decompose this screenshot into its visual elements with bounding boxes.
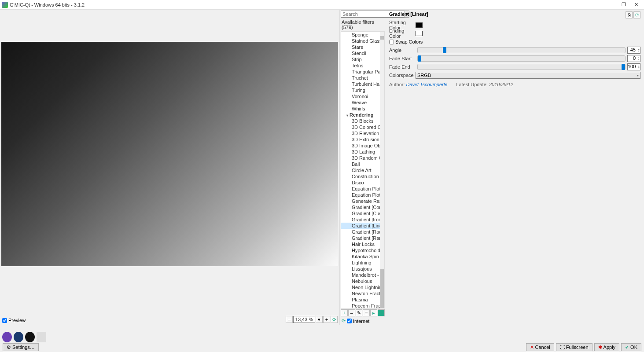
cancel-button[interactable]: ✕Cancel: [526, 343, 554, 351]
author-label: Author:: [389, 82, 405, 87]
app-icon: [2, 2, 8, 8]
minimize-button[interactable]: ─: [605, 1, 618, 9]
filter-item[interactable]: Truchet: [341, 75, 380, 81]
preview-checkbox[interactable]: [2, 318, 7, 323]
internet-label: Internet: [353, 319, 369, 324]
ending-color-swatch[interactable]: [416, 31, 423, 36]
starting-color-swatch[interactable]: [416, 22, 423, 28]
filter-item[interactable]: Gradient [Linear]: [341, 223, 380, 229]
filter-item[interactable]: Gradient [Radial]: [341, 229, 380, 235]
filter-item[interactable]: 3D Colored Object: [341, 124, 380, 130]
close-icon: ✕: [530, 345, 534, 350]
swap-colors-checkbox[interactable]: [389, 40, 394, 44]
filter-item[interactable]: Construction Material Tex: [341, 173, 380, 180]
zoom-in-button[interactable]: +: [323, 316, 330, 323]
filter-item[interactable]: Sponge: [341, 32, 380, 38]
copy-command-button[interactable]: ⎘: [626, 11, 633, 18]
preview-pane: Preview – ▾ + ⟳: [0, 10, 339, 325]
filter-item[interactable]: Weave: [341, 99, 380, 106]
filter-item[interactable]: 3D Image Object: [341, 143, 380, 149]
params-panel: ⎘ ⟳ Gradient [Linear] Starting Color End…: [386, 10, 644, 325]
sponsor-logos: [2, 332, 46, 342]
ending-color-label: Ending Color: [389, 28, 416, 39]
filter-item[interactable]: Gradient [from Line]: [341, 216, 380, 223]
filter-item[interactable]: Generate Random Portra: [341, 198, 380, 204]
fade-start-spin[interactable]: 0: [627, 55, 640, 62]
check-icon: ✔: [625, 345, 629, 350]
preview-image[interactable]: [1, 42, 338, 266]
zoom-reset-button[interactable]: ⟳: [331, 316, 338, 323]
fullscreen-icon: ⛶: [560, 345, 565, 350]
zoom-spin[interactable]: ▾: [316, 316, 323, 323]
refresh-button[interactable]: ⟳: [342, 318, 346, 324]
filter-item[interactable]: Lightning: [341, 260, 380, 266]
zoom-input[interactable]: [293, 316, 315, 323]
filter-item[interactable]: Newton Fractal: [341, 290, 380, 297]
filter-item[interactable]: Circle Art: [341, 167, 380, 173]
filter-item[interactable]: Turbulent Halftone: [341, 81, 380, 87]
fullscreen-button[interactable]: ⛶Fullscreen: [556, 343, 592, 351]
colorspace-combo[interactable]: SRGB: [416, 72, 640, 79]
filter-item[interactable]: 3D Blocks: [341, 118, 380, 124]
filter-item[interactable]: Kitaoka Spin Illusion: [341, 253, 380, 260]
filter-title: Gradient [Linear]: [389, 11, 640, 17]
filter-item[interactable]: Popcorn Fractal: [341, 303, 380, 308]
expand-button[interactable]: ▸: [370, 309, 377, 316]
filter-item[interactable]: Stencil: [341, 50, 380, 56]
filter-item[interactable]: Gradient [Corners]: [341, 204, 380, 210]
filter-item[interactable]: Triangular Pattern: [341, 69, 380, 75]
filter-item[interactable]: Voronoi: [341, 93, 380, 99]
filter-item[interactable]: Turing: [341, 87, 380, 93]
ok-button[interactable]: ✔OK: [621, 343, 641, 351]
filter-item[interactable]: Hypotrochoid: [341, 247, 380, 253]
collapse-button[interactable]: ≡: [363, 309, 370, 316]
filter-item[interactable]: Mandelbrot - Julia Sets: [341, 272, 380, 278]
close-button[interactable]: ✕: [630, 1, 642, 9]
tree-header: Available filters (579): [340, 18, 386, 31]
fade-end-label: Fade End: [389, 64, 416, 70]
filter-item[interactable]: Stained Glass: [341, 38, 380, 44]
filter-item[interactable]: 3D Lathing: [341, 149, 380, 155]
filter-item[interactable]: Equation Plot [Parametric: [341, 186, 380, 192]
angle-slider[interactable]: [417, 47, 626, 53]
filter-panel: ✕ Available filters (579) SpongeStained …: [339, 10, 386, 325]
filter-item[interactable]: Gradient [Custom Shape]: [341, 210, 380, 216]
angle-spin[interactable]: 45: [627, 47, 640, 54]
gear-icon: ⚙: [7, 345, 11, 350]
filter-item[interactable]: Lissajous: [341, 266, 380, 272]
tag-button[interactable]: [378, 309, 385, 316]
filter-item[interactable]: Plasma: [341, 297, 380, 303]
filter-item[interactable]: Neon Lightning: [341, 284, 380, 290]
fade-start-slider[interactable]: [417, 55, 626, 62]
internet-checkbox[interactable]: [347, 319, 352, 323]
maximize-button[interactable]: ❐: [618, 1, 630, 9]
settings-button[interactable]: ⚙ Settings…: [3, 343, 39, 351]
remove-fave-button[interactable]: –: [348, 309, 355, 316]
reset-params-button[interactable]: ⟳: [633, 11, 640, 18]
swap-colors-label: Swap Colors: [395, 39, 423, 44]
zoom-out-button[interactable]: –: [286, 316, 293, 323]
filter-item[interactable]: Tetris: [341, 62, 380, 69]
update-label: Latest Update:: [456, 82, 488, 87]
filter-item[interactable]: 3D Elevation: [341, 130, 380, 136]
rename-button[interactable]: ✎: [356, 309, 363, 316]
fade-end-slider[interactable]: [417, 64, 626, 70]
filter-item[interactable]: Strip: [341, 56, 380, 62]
filter-item[interactable]: 3D Extrusion: [341, 136, 380, 143]
category-rendering[interactable]: Rendering: [341, 112, 380, 118]
filter-item[interactable]: Gradient [Random]: [341, 235, 380, 241]
filter-item[interactable]: Whirls: [341, 106, 380, 112]
author-link[interactable]: David Tschumperlé: [406, 82, 448, 87]
filter-item[interactable]: Nebulous: [341, 278, 380, 284]
fade-end-spin[interactable]: 100: [627, 63, 640, 70]
filter-item[interactable]: Hair Locks: [341, 241, 380, 247]
angle-label: Angle: [389, 48, 416, 53]
apply-button[interactable]: ✱Apply: [594, 343, 620, 351]
add-fave-button[interactable]: +: [341, 309, 348, 316]
filter-item[interactable]: Disco: [341, 180, 380, 186]
filter-item[interactable]: Stars: [341, 44, 380, 50]
tree-scrollbar[interactable]: [380, 32, 384, 308]
filter-item[interactable]: Ball: [341, 161, 380, 167]
filter-item[interactable]: Equation Plot [Y=f(X)]: [341, 192, 380, 198]
filter-item[interactable]: 3D Random Objects: [341, 155, 380, 161]
